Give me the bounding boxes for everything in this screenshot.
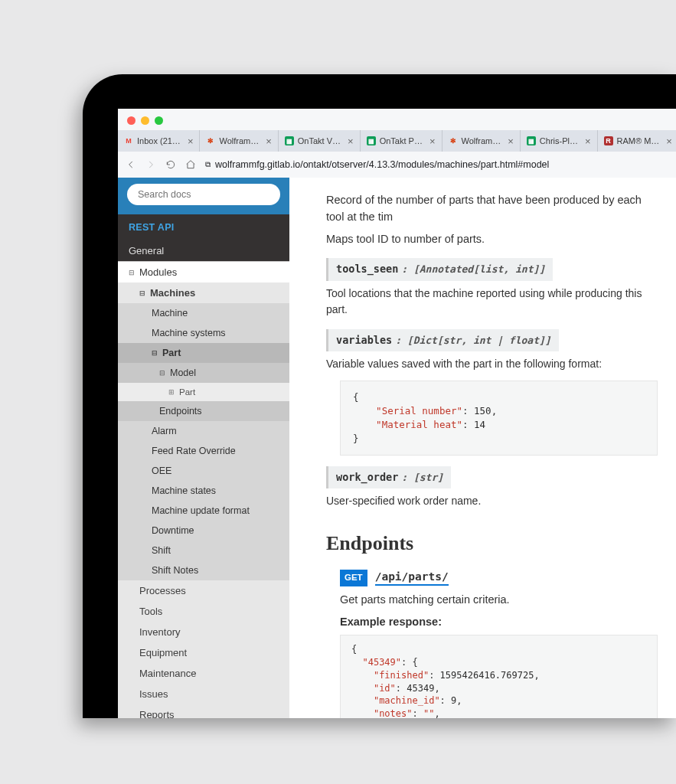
gmail-icon: M (124, 136, 133, 145)
browser-tab[interactable]: ▦OnTakt V…× (279, 130, 361, 152)
tablet-bezel: MInbox (21…× ✻Wolfram…× ▦OnTakt V…× ▦OnT… (83, 74, 676, 718)
minimize-window-button[interactable] (141, 116, 149, 125)
sidebar-item-label: Model (170, 368, 196, 378)
close-window-button[interactable] (127, 116, 136, 125)
tablet-screen: MInbox (21…× ✻Wolfram…× ▦OnTakt V…× ▦OnT… (118, 109, 676, 718)
collapse-icon: ⊟ (139, 289, 145, 297)
collapse-icon: ⊟ (152, 349, 158, 357)
endpoint-path: /api/parts/ (375, 570, 449, 586)
site-settings-icon[interactable]: ⧉ (205, 160, 211, 169)
close-icon[interactable]: × (508, 136, 514, 147)
toolbar: ⧉ wolframmfg.gitlab.io/ontakt/otserver/4… (118, 152, 676, 178)
close-icon[interactable]: × (188, 136, 194, 147)
close-icon[interactable]: × (348, 136, 354, 147)
forward-icon[interactable] (145, 159, 156, 170)
code-block: { "45349": { "finished": 1595426416.7697… (340, 635, 658, 718)
sidebar-item-machines[interactable]: ⊟Machines (118, 283, 289, 303)
expand-icon: ⊞ (168, 388, 175, 396)
viewport: REST API General ⊟Modules ⊟Machines Mach… (118, 178, 676, 718)
field-variables: variables: [Dict[str, int | float]] Vari… (326, 329, 658, 456)
close-icon[interactable]: × (585, 136, 591, 147)
sidebar-item-label: Modules (139, 266, 177, 278)
endpoints-heading: Endpoints (326, 528, 658, 559)
endpoint-desc: Get parts matching certain criteria. (340, 591, 658, 608)
sidebar-item-machine-update-format[interactable]: Machine update format (118, 501, 289, 521)
browser-tab[interactable]: ▦Chris-Pl…× (521, 130, 598, 152)
collapse-icon: ⊟ (129, 269, 135, 276)
sidebar-item-modules[interactable]: ⊟Modules (118, 261, 289, 283)
sidebar[interactable]: REST API General ⊟Modules ⊟Machines Mach… (118, 178, 289, 718)
sheets-icon: ▦ (367, 136, 376, 145)
sidebar-item-general[interactable]: General (118, 240, 289, 261)
tab-label: Wolfram… (462, 136, 501, 145)
sidebar-item-tools[interactable]: Tools (118, 601, 289, 622)
sidebar-item-label: Part (179, 387, 195, 397)
browser-tab[interactable]: ✻Wolfram…× (443, 130, 521, 152)
sidebar-item-downtime[interactable]: Downtime (118, 521, 289, 541)
sidebar-item-part[interactable]: ⊟Part (118, 343, 289, 363)
url-host: wolframmfg.gitlab.io (215, 159, 300, 170)
sidebar-item-equipment[interactable]: Equipment (118, 642, 289, 663)
sidebar-item-reports[interactable]: Reports (118, 704, 289, 718)
field-type: : [Dict[str, int | float]] (395, 335, 551, 346)
sheets-icon: ▦ (527, 136, 536, 145)
tab-label: RAM® M… (617, 136, 660, 145)
endpoint: GET /api/parts/ Get parts matching certa… (340, 568, 658, 718)
section-rest-api[interactable]: REST API (118, 214, 289, 240)
sidebar-item-part-sub[interactable]: ⊞Part (118, 383, 289, 401)
sidebar-item-model[interactable]: ⊟Model (118, 363, 289, 383)
field-work-order: work_order: [str] User-specified work or… (326, 466, 658, 510)
sidebar-item-inventory[interactable]: Inventory (118, 622, 289, 642)
sidebar-item-machine[interactable]: Machine (118, 303, 289, 323)
field-tools-seen: tools_seen: [Annotated[list, int]] Tool … (326, 258, 658, 318)
browser-tab[interactable]: ▦OnTakt P…× (361, 130, 443, 152)
wolfram-icon: ✻ (206, 136, 215, 145)
sidebar-item-label: Machines (150, 287, 195, 299)
doc-content[interactable]: Record of the number of parts that have … (289, 178, 676, 718)
close-icon[interactable]: × (429, 136, 436, 147)
window-controls (118, 109, 676, 130)
sidebar-item-maintenance[interactable]: Maintenance (118, 663, 289, 684)
sidebar-item-alarm[interactable]: Alarm (118, 421, 289, 441)
browser-tabs: MInbox (21…× ✻Wolfram…× ▦OnTakt V…× ▦OnT… (118, 130, 676, 152)
close-icon[interactable]: × (666, 136, 672, 147)
browser-tab[interactable]: ✻Wolfram…× (200, 130, 278, 152)
field-type: : [Annotated[list, int]] (401, 263, 545, 275)
field-name: variables: [Dict[str, int | float]] (326, 329, 559, 351)
sidebar-item-endpoints[interactable]: Endpoints (118, 401, 289, 421)
sidebar-item-machine-states[interactable]: Machine states (118, 481, 289, 501)
sidebar-item-oee[interactable]: OEE (118, 461, 289, 481)
tab-label: Chris-Pl… (540, 136, 578, 145)
sidebar-item-shift[interactable]: Shift (118, 541, 289, 560)
tab-label: Inbox (21… (137, 136, 181, 145)
sidebar-item-issues[interactable]: Issues (118, 684, 289, 704)
sheets-icon: ▦ (285, 136, 294, 145)
tab-label: OnTakt V… (298, 136, 341, 145)
sidebar-item-shift-notes[interactable]: Shift Notes (118, 560, 289, 580)
search-input[interactable] (127, 184, 280, 205)
field-name: work_order: [str] (326, 466, 451, 488)
ram-icon: R (604, 136, 613, 145)
collapse-icon: ⊟ (159, 369, 165, 377)
example-heading: Example response: (340, 613, 658, 630)
sidebar-header (118, 178, 289, 214)
intro-text: Record of the number of parts that have … (326, 191, 658, 226)
home-icon[interactable] (185, 159, 196, 170)
back-icon[interactable] (126, 159, 136, 170)
maximize-window-button[interactable] (155, 116, 163, 125)
field-desc: Tool locations that the machine reported… (326, 286, 658, 318)
sidebar-item-machine-systems[interactable]: Machine systems (118, 323, 289, 343)
tab-label: OnTakt P… (380, 136, 423, 145)
field-type: : [str] (401, 472, 443, 483)
address-bar[interactable]: ⧉ wolframmfg.gitlab.io/ontakt/otserver/4… (205, 159, 668, 170)
reload-icon[interactable] (165, 159, 176, 170)
intro-text: Maps tool ID to number of parts. (326, 230, 658, 247)
close-icon[interactable]: × (266, 136, 272, 147)
http-method-badge: GET (340, 570, 367, 586)
browser-tab[interactable]: MInbox (21…× (118, 130, 200, 152)
browser-tab[interactable]: RRAM® M…× (598, 130, 676, 152)
url-path: /ontakt/otserver/4.13.3/modules/machines… (300, 159, 549, 170)
sidebar-item-fro[interactable]: Feed Rate Override (118, 441, 289, 461)
sidebar-item-processes[interactable]: Processes (118, 580, 289, 601)
field-name: tools_seen: [Annotated[list, int]] (326, 258, 553, 280)
